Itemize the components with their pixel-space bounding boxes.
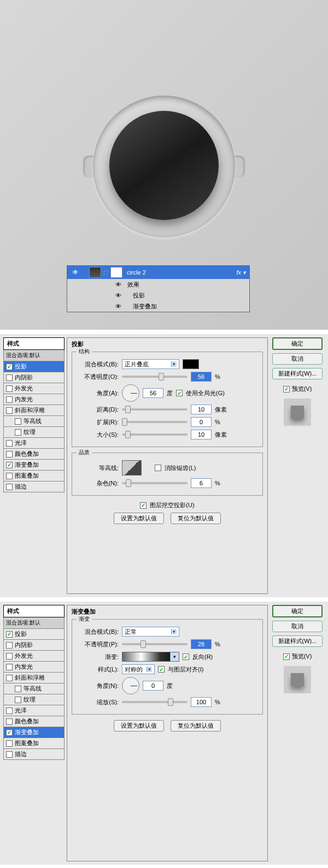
effect-drop-shadow[interactable]: 👁 投影	[67, 290, 249, 301]
opacity-input[interactable]	[191, 639, 212, 649]
reset-default-button[interactable]: 复位为默认值	[171, 720, 221, 732]
style-gradient-overlay[interactable]: 渐变叠加	[3, 727, 65, 738]
style-inner-glow[interactable]: 内发光	[3, 662, 65, 673]
global-light-checkbox[interactable]	[176, 390, 183, 396]
checkbox[interactable]	[6, 708, 13, 714]
align-layer-checkbox[interactable]	[158, 666, 165, 673]
noise-slider[interactable]	[122, 482, 188, 484]
style-outer-glow[interactable]: 外发光	[3, 383, 65, 394]
effects-row[interactable]: 👁 效果	[67, 279, 249, 290]
style-inner-shadow[interactable]: 内阴影	[3, 640, 65, 651]
angle-dial[interactable]	[122, 677, 139, 694]
layer-thumbnail[interactable]	[89, 267, 101, 278]
checkbox[interactable]	[6, 718, 13, 725]
style-texture[interactable]: 纹理	[3, 427, 65, 438]
cancel-button[interactable]: 取消	[272, 621, 323, 632]
checkbox[interactable]	[15, 429, 21, 436]
reset-default-button[interactable]: 复位为默认值	[171, 513, 221, 524]
style-contour[interactable]: 等高线	[3, 683, 65, 694]
style-stroke[interactable]: 描边	[3, 749, 65, 760]
checkbox[interactable]	[6, 751, 13, 758]
blending-options[interactable]: 混合选项:默认	[3, 350, 65, 361]
angle-input[interactable]	[143, 681, 163, 691]
checkbox[interactable]	[6, 440, 13, 447]
checkbox[interactable]	[6, 396, 13, 403]
style-outer-glow[interactable]: 外发光	[3, 651, 65, 662]
antialias-checkbox[interactable]	[155, 465, 161, 471]
checkbox[interactable]	[6, 740, 13, 747]
visibility-icon[interactable]: 👁	[115, 303, 121, 310]
style-satin[interactable]: 光泽	[3, 438, 65, 449]
visibility-icon[interactable]: 👁	[115, 281, 121, 288]
style-pattern-overlay[interactable]: 图案叠加	[3, 738, 65, 749]
set-default-button[interactable]: 设置为默认值	[114, 720, 164, 732]
preview-checkbox[interactable]	[283, 386, 290, 393]
angle-input[interactable]	[143, 388, 163, 398]
shadow-color-swatch[interactable]	[183, 359, 199, 369]
ok-button[interactable]: 确定	[272, 337, 323, 350]
checkbox[interactable]	[6, 642, 13, 649]
checkbox[interactable]	[6, 664, 13, 670]
blend-mode-dropdown[interactable]: 正片叠底▾	[122, 359, 179, 369]
layer-row-circle2[interactable]: 👁 ⬚ ● circle 2 fx ▾	[67, 266, 249, 279]
checkbox[interactable]	[6, 729, 13, 736]
blending-options[interactable]: 混合选项:默认	[3, 617, 65, 629]
cancel-button[interactable]: 取消	[272, 353, 323, 365]
new-style-button[interactable]: 新建样式(W)...	[272, 635, 323, 647]
style-pattern-overlay[interactable]: 图案叠加	[3, 471, 65, 481]
noise-input[interactable]	[191, 478, 212, 488]
style-bevel[interactable]: 斜面和浮雕	[3, 673, 65, 683]
style-inner-shadow[interactable]: 内阴影	[3, 372, 65, 383]
size-slider[interactable]	[122, 433, 188, 436]
checkbox[interactable]	[6, 653, 13, 659]
spread-input[interactable]	[191, 417, 212, 427]
checkbox[interactable]	[6, 364, 13, 370]
effect-gradient-overlay[interactable]: 👁 渐变叠加	[67, 301, 249, 312]
mask-thumbnail[interactable]: ●	[110, 267, 122, 278]
blend-mode-dropdown[interactable]: 正常▾	[122, 627, 179, 637]
distance-input[interactable]	[191, 405, 212, 414]
layer-name[interactable]: circle 2	[124, 269, 233, 276]
checkbox[interactable]	[6, 462, 13, 468]
gradient-picker[interactable]: ▾	[122, 652, 179, 662]
style-bevel[interactable]: 斜面和浮雕	[3, 405, 65, 416]
set-default-button[interactable]: 设置为默认值	[114, 513, 164, 524]
distance-slider[interactable]	[122, 408, 188, 411]
style-gradient-overlay[interactable]: 渐变叠加	[3, 460, 65, 471]
angle-dial[interactable]	[122, 384, 139, 402]
contour-picker[interactable]	[122, 460, 142, 475]
checkbox[interactable]	[15, 697, 21, 703]
scale-input[interactable]	[191, 697, 212, 707]
checkbox[interactable]	[15, 686, 21, 692]
style-color-overlay[interactable]: 颜色叠加	[3, 716, 65, 727]
fx-icon[interactable]: fx ▾	[233, 269, 249, 276]
style-texture[interactable]: 纹理	[3, 694, 65, 705]
spread-slider[interactable]	[122, 421, 188, 423]
checkbox[interactable]	[6, 385, 13, 392]
opacity-slider[interactable]	[122, 376, 188, 378]
preview-checkbox[interactable]	[283, 653, 290, 660]
checkbox[interactable]	[6, 451, 13, 457]
checkbox[interactable]	[6, 473, 13, 479]
reverse-checkbox[interactable]	[183, 653, 189, 660]
checkbox[interactable]	[15, 418, 21, 425]
gradient-style-dropdown[interactable]: 对称的▾	[122, 664, 155, 674]
scale-slider[interactable]	[122, 701, 188, 703]
visibility-icon[interactable]: 👁	[115, 292, 121, 299]
ok-button[interactable]: 确定	[272, 605, 323, 617]
style-stroke[interactable]: 描边	[3, 481, 65, 492]
checkbox[interactable]	[6, 407, 13, 414]
size-input[interactable]	[191, 430, 212, 439]
checkbox[interactable]	[6, 484, 13, 490]
new-style-button[interactable]: 新建样式(W)...	[272, 368, 323, 379]
checkbox[interactable]	[6, 374, 13, 381]
checkbox[interactable]	[6, 675, 13, 681]
style-satin[interactable]: 光泽	[3, 705, 65, 716]
style-contour[interactable]: 等高线	[3, 416, 65, 427]
knockout-checkbox[interactable]	[140, 502, 147, 509]
checkbox[interactable]	[6, 631, 13, 638]
opacity-input[interactable]	[191, 372, 212, 382]
style-inner-glow[interactable]: 内发光	[3, 394, 65, 405]
style-drop-shadow[interactable]: 投影	[3, 629, 65, 640]
opacity-slider[interactable]	[122, 643, 188, 645]
